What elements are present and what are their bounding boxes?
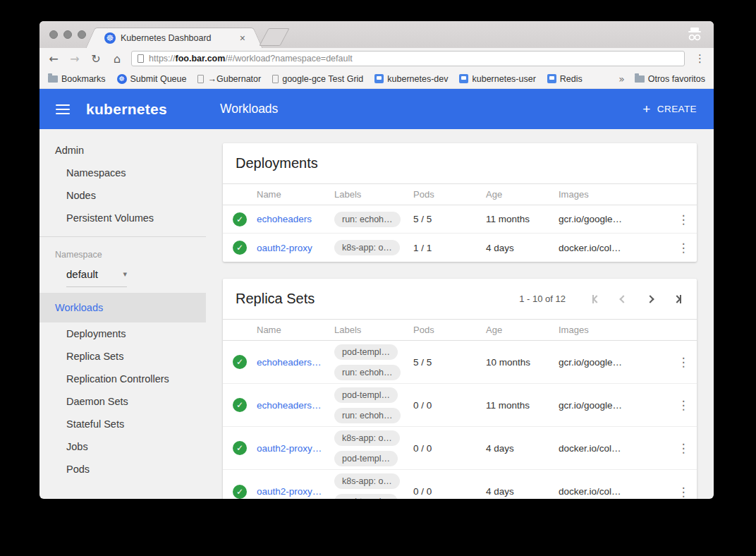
table-row: ✓ oauth2-proxy k8s-app: o… 1 / 1 4 days … [223, 234, 697, 262]
hamburger-menu-icon[interactable] [56, 104, 70, 114]
replica-set-link[interactable]: echoheaders… [257, 400, 334, 411]
row-menu-icon[interactable]: ⋮ [670, 441, 697, 455]
bookmark-otros-favoritos-folder[interactable]: Otros favoritos [635, 74, 705, 84]
status-ok-icon: ✓ [233, 441, 247, 455]
sidebar-item-stateful-sets[interactable]: Stateful Sets [39, 413, 206, 435]
pagination: 1 - 10 of 12 [519, 294, 681, 304]
age-cell: 10 months [486, 357, 559, 368]
bookmarks-bar: Bookmarks ☸ Submit Queue →Gubernator goo… [39, 69, 714, 89]
reload-icon[interactable]: ↻ [89, 52, 103, 66]
col-images: Images [559, 189, 670, 200]
plus-icon: + [642, 102, 651, 117]
age-cell: 11 months [486, 214, 559, 224]
col-labels: Labels [334, 189, 413, 200]
col-age: Age [486, 189, 559, 200]
sidebar-item-deployments[interactable]: Deployments [39, 322, 206, 345]
row-menu-icon[interactable]: ⋮ [670, 241, 697, 255]
namespace-label: Namespace [39, 246, 206, 264]
row-menu-icon[interactable]: ⋮ [670, 398, 697, 412]
sidebar-item-nodes[interactable]: Nodes [39, 184, 206, 207]
sidebar-item-daemon-sets[interactable]: Daemon Sets [39, 390, 206, 413]
label-chip: pod-templ… [334, 494, 398, 499]
pods-cell: 0 / 0 [413, 400, 486, 411]
label-chip: k8s-app: o… [334, 240, 400, 255]
browser-menu-icon[interactable]: ⋮ [692, 52, 708, 65]
sidebar-item-workloads[interactable]: Workloads [39, 293, 206, 322]
sidebar-item-replication-controllers[interactable]: Replication Controllers [39, 368, 206, 390]
browser-toolbar: ← → ↻ ⌂ https://foo.bar.com/#/workload?n… [39, 48, 714, 69]
new-tab-button[interactable] [259, 28, 289, 46]
replica-set-link[interactable]: echoheaders… [257, 357, 334, 368]
window-zoom-button[interactable] [78, 30, 86, 39]
bookmark-bookmarks-folder[interactable]: Bookmarks [48, 74, 106, 84]
images-cell: docker.io/col… [559, 243, 670, 253]
traffic-lights [49, 30, 86, 39]
namespace-select[interactable]: default ▾ [66, 268, 127, 287]
window-minimize-button[interactable] [63, 30, 72, 39]
col-images: Images [559, 325, 670, 335]
age-cell: 4 days [486, 443, 559, 454]
status-ok-icon: ✓ [233, 398, 247, 412]
status-ok-icon: ✓ [233, 355, 247, 369]
url-text: https://foo.bar.com/#/workload?namespace… [149, 54, 353, 64]
bookmark-kubernetes-dev[interactable]: kubernetes-dev [374, 74, 448, 84]
main-content: Deployments Name Labels Pods Age Images … [206, 129, 714, 499]
sidebar-item-replica-sets[interactable]: Replica Sets [39, 345, 206, 368]
replica-set-link[interactable]: oauth2-proxy… [257, 486, 334, 497]
replica-sets-card-title: Replica Sets [236, 291, 315, 307]
bookmark-submit-queue[interactable]: ☸ Submit Queue [117, 74, 187, 84]
folder-icon [48, 75, 58, 83]
sidebar-item-persistent-volumes[interactable]: Persistent Volumes [39, 207, 206, 229]
row-menu-icon[interactable]: ⋮ [670, 212, 697, 226]
label-chip: run: echoh… [334, 212, 401, 227]
replica-set-link[interactable]: oauth2-proxy… [257, 443, 334, 454]
bookmark-redis[interactable]: Redis [547, 74, 583, 84]
sidebar-item-jobs[interactable]: Jobs [39, 435, 206, 458]
page-security-icon[interactable] [138, 54, 144, 63]
window-close-button[interactable] [49, 30, 58, 39]
table-row: ✓ echoheaders… pod-templ… run: echoh… 5 … [223, 341, 697, 384]
tab-close-icon[interactable]: × [240, 32, 245, 44]
kubernetes-icon: ☸ [117, 74, 127, 84]
images-cell: gcr.io/google… [559, 214, 670, 224]
age-cell: 4 days [486, 486, 559, 497]
sidebar-item-admin[interactable]: Admin [39, 139, 206, 162]
sidebar-divider [39, 236, 206, 237]
age-cell: 11 months [486, 400, 559, 411]
deployments-card-title: Deployments [236, 155, 318, 171]
sidebar-nav: Admin Namespaces Nodes Persistent Volume… [39, 129, 206, 499]
forward-icon[interactable]: → [68, 52, 82, 66]
images-cell: docker.io/col… [559, 443, 670, 454]
bookmark-google-gce-test-grid[interactable]: google-gce Test Grid [272, 74, 363, 84]
row-menu-icon[interactable]: ⋮ [670, 355, 697, 369]
col-pods: Pods [413, 325, 486, 335]
home-icon[interactable]: ⌂ [110, 52, 124, 66]
previous-page-icon[interactable] [621, 294, 626, 304]
deployment-link[interactable]: oauth2-proxy [257, 243, 334, 253]
create-button[interactable]: + CREATE [642, 102, 697, 117]
app-header: kubernetes Workloads + CREATE [39, 89, 714, 129]
sidebar-item-pods[interactable]: Pods [39, 458, 206, 481]
col-age: Age [486, 325, 559, 335]
row-menu-icon[interactable]: ⋮ [670, 485, 697, 499]
images-cell: gcr.io/google… [559, 400, 670, 411]
bookmark-kubernetes-user[interactable]: kubernetes-user [459, 74, 535, 84]
sidebar-item-namespaces[interactable]: Namespaces [39, 162, 206, 184]
back-icon[interactable]: ← [47, 52, 61, 66]
first-page-icon[interactable] [592, 294, 599, 304]
replica-sets-card: Replica Sets 1 - 10 of 12 Name Labels Po… [223, 279, 697, 499]
group-icon [374, 74, 384, 83]
label-chip: k8s-app: o… [334, 430, 400, 446]
browser-tab[interactable]: ☸ Kubernetes Dashboard × [97, 28, 251, 48]
next-page-icon[interactable] [647, 294, 653, 304]
col-name: Name [257, 325, 334, 335]
bookmarks-overflow-icon[interactable]: » [618, 73, 625, 85]
label-chip: pod-templ… [334, 451, 398, 466]
deployments-table-header: Name Labels Pods Age Images [223, 184, 697, 205]
deployment-link[interactable]: echoheaders [257, 214, 334, 224]
last-page-icon[interactable] [674, 294, 681, 304]
browser-window: ☸ Kubernetes Dashboard × ← → ↻ ⌂ https:/… [39, 21, 714, 499]
bookmark-gubernator[interactable]: →Gubernator [197, 74, 261, 84]
group-icon [547, 74, 556, 83]
address-bar[interactable]: https://foo.bar.com/#/workload?namespace… [131, 51, 685, 66]
